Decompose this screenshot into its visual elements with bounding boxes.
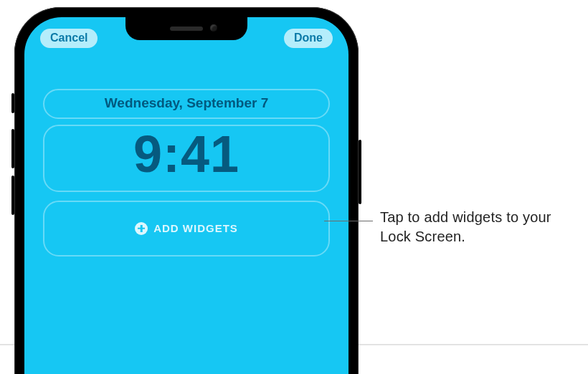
- add-widgets-button[interactable]: ADD WIDGETS: [43, 201, 330, 256]
- callout-text: Tap to add widgets to your Lock Screen.: [380, 208, 566, 246]
- editor-topbar: Cancel Done: [24, 29, 348, 48]
- callout-leader-line: [324, 221, 373, 221]
- mute-switch: [11, 93, 14, 113]
- volume-up-button: [11, 129, 14, 168]
- lockscreen-editor-panels: Wednesday, September 7 9:41 ADD WIDGETS: [43, 89, 330, 256]
- volume-down-button: [11, 176, 14, 215]
- time-widget-slot[interactable]: 9:41: [43, 125, 330, 192]
- time-label: 9:41: [133, 125, 240, 183]
- plus-circle-icon: [135, 222, 148, 235]
- cancel-button[interactable]: Cancel: [40, 29, 98, 48]
- date-label: Wednesday, September 7: [105, 95, 268, 110]
- iphone-frame: Cancel Done Wednesday, September 7 9:41 …: [14, 7, 359, 374]
- side-button: [359, 140, 361, 204]
- date-widget-slot[interactable]: Wednesday, September 7: [43, 89, 330, 119]
- phone-screen: Cancel Done Wednesday, September 7 9:41 …: [24, 17, 348, 374]
- add-widgets-label: ADD WIDGETS: [153, 222, 238, 234]
- figure-stage: Cancel Done Wednesday, September 7 9:41 …: [0, 0, 588, 374]
- done-button[interactable]: Done: [284, 29, 333, 48]
